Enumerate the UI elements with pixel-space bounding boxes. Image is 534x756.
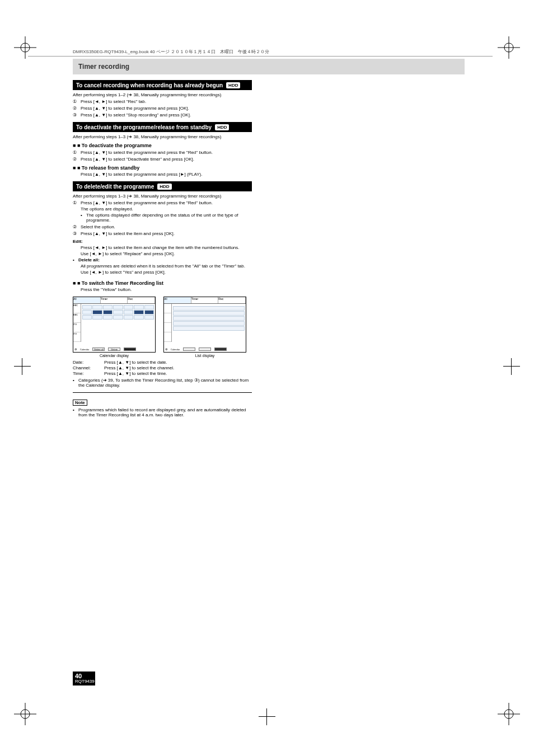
step-text: Press [▲, ▼] to select the item and pres… (81, 231, 252, 236)
diagram-footer-button (183, 348, 195, 351)
section-title-text: To delete/edit the programme (76, 184, 154, 190)
block-heading: ■ To release from standby (77, 165, 139, 171)
step-number: ① (73, 150, 81, 155)
diagram-footer-button (214, 348, 227, 351)
note-label: Note (73, 400, 87, 406)
diagram-row: All Timer Rec BBC BBC ITV ITV (73, 297, 252, 353)
after-step: After performing steps 1–3 (➔ 38, Manual… (73, 134, 252, 139)
step-text: Press [▲, ▼] to select the programme and… (81, 200, 252, 205)
diagram-tab: Timer (191, 297, 219, 303)
diagram-caption: Calendar display (73, 354, 156, 358)
diagram-footer-button (199, 348, 211, 351)
diagram-tab: Rec (128, 297, 155, 303)
diagram-tab: All (164, 297, 191, 303)
explain-label: Time: (73, 371, 104, 376)
bullet-icon: • (73, 257, 78, 262)
page-number-box: 40 RQT9439 (73, 672, 95, 685)
after-step: After performing steps 1–3 (➔ 38, Manual… (73, 194, 252, 199)
section-title-delete-edit: To delete/edit the programme HDD (73, 181, 252, 191)
hdd-badge: HDD (226, 82, 240, 88)
diagram-channel (164, 304, 171, 313)
item-name: Delete all: (78, 257, 100, 262)
step-number: ② (73, 106, 81, 111)
crop-mark-icon (503, 358, 520, 375)
item-desc: Press [◄, ►] to select the item and chan… (81, 245, 252, 250)
step-sub: The options are displayed. (81, 206, 252, 212)
step-number: ① (73, 99, 81, 104)
diagram-footer-button: Delete (108, 348, 120, 351)
bullet-icon: • (73, 378, 78, 388)
diagram-tab: Rec (218, 297, 246, 303)
diagram-footer-button: Deactivate (124, 348, 136, 351)
step-number: ② (73, 224, 81, 229)
diagram-channel: ITV (73, 332, 81, 342)
item-extra: Use [◄, ►] to select "Replace" and press… (81, 251, 252, 256)
diagram-channel: BBC (73, 304, 81, 313)
block-heading: ■ To deactivate the programme (77, 143, 152, 148)
bullet-text: The options displayed differ depending o… (86, 213, 252, 223)
crop-mark-icon (498, 36, 520, 59)
calendar-grid (82, 305, 154, 320)
square-icon: ■ (73, 143, 77, 148)
explain-label: Channel: (73, 365, 104, 370)
block-heading: ■ To switch the Timer Recording list (77, 280, 163, 286)
diagram-footer-label: Calendar (80, 348, 89, 351)
gear-icon: ⚙ (74, 348, 77, 351)
diagram-channel: BBC (73, 313, 81, 323)
item-extra: Use [◄, ►] to select "Yes" and press [OK… (81, 270, 252, 275)
item-name: Edit: (73, 239, 83, 244)
switch-instruction: Press the "Yellow" button. (81, 287, 252, 292)
explain-text: Press [▲, ▼] to select the time. (104, 371, 167, 376)
diagram-footer-label: Calendar (171, 348, 180, 351)
step-text: Press [▲, ▼] to select the programme and… (81, 106, 252, 111)
step-text: Press [◄, ►] to select "Rec" tab. (81, 99, 252, 104)
step-number: ① (73, 200, 81, 205)
section-title-text: To cancel recording when recording has a… (76, 82, 223, 88)
gear-icon: ⚙ (165, 348, 167, 351)
diagram-caption: List display (163, 354, 246, 358)
crop-mark-icon (498, 703, 520, 725)
list-display-diagram: All Timer Rec (163, 297, 246, 353)
bullet-icon: • (81, 213, 86, 223)
step-text: Press [▲, ▼] to select "Stop recording" … (81, 112, 252, 118)
page-number-code: RQT9439 (75, 679, 93, 684)
explain-label: Date: (73, 360, 104, 365)
diagram-tab: Timer (101, 297, 128, 303)
step-text: Press [▲, ▼] to select the programme and… (81, 150, 252, 155)
item-desc: All programmes are deleted when it is se… (81, 264, 252, 269)
list-rows (173, 305, 245, 331)
bullet-icon: • (73, 407, 78, 417)
step-number: ③ (73, 112, 81, 118)
diagram-channel (164, 313, 171, 323)
diagram-footer-button: Delete all (92, 348, 105, 351)
step-number: ② (73, 157, 81, 162)
square-icon: ■ (73, 165, 77, 171)
hdd-badge: HDD (215, 124, 229, 130)
page-title: Timer recording (73, 59, 465, 74)
explain-text: Press [▲, ▼] to select the channel. (104, 365, 174, 370)
diagram-tab: All (73, 297, 101, 303)
divider (73, 392, 252, 393)
step-text: Press [▲, ▼] to select "Deactivate timer… (81, 157, 252, 162)
step-number: ③ (73, 231, 81, 236)
diagram-channel: ITV (73, 323, 81, 332)
square-icon: ■ (73, 280, 77, 286)
crop-mark-icon (259, 708, 275, 725)
section-title-cancel: To cancel recording when recording has a… (73, 80, 252, 90)
explain-text: Press [▲, ▼] to select the date. (104, 360, 167, 365)
diagram-channel (164, 332, 171, 342)
calendar-display-diagram: All Timer Rec BBC BBC ITV ITV (73, 297, 156, 353)
plain-instruction: Press [▲, ▼] to select the programme and… (81, 172, 252, 177)
bullet-text: Categories (➔ 39, To switch the Timer Re… (78, 378, 252, 388)
section-title-deactivate: To deactivate the programme/release from… (73, 122, 252, 132)
diagram-channel (164, 323, 171, 332)
section-title-text: To deactivate the programme/release from… (76, 124, 212, 130)
crop-mark-icon (14, 703, 36, 725)
note-text: Programmes which failed to record are di… (78, 407, 252, 417)
after-step: After performing steps 1–2 (➔ 38, Manual… (73, 92, 252, 97)
crop-mark-icon (14, 358, 31, 375)
step-text: Select the option. (81, 224, 252, 229)
hdd-badge: HDD (157, 184, 171, 190)
